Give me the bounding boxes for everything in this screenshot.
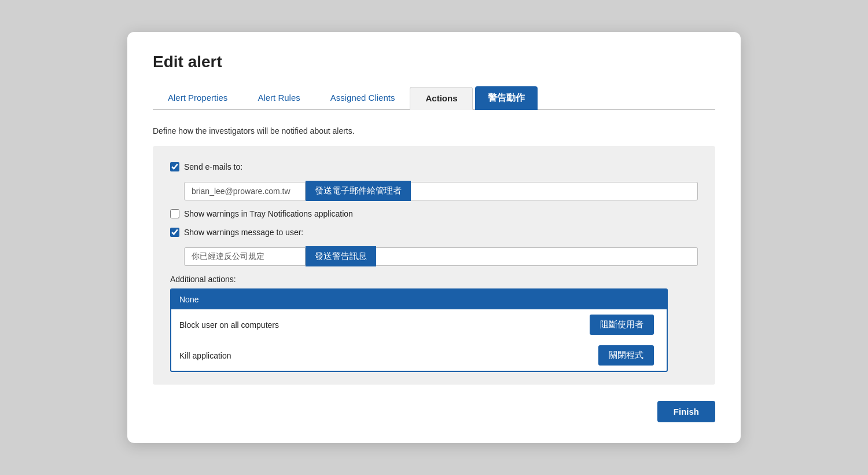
email-rest-input[interactable] <box>411 182 698 200</box>
tab-assigned-clients[interactable]: Assigned Clients <box>315 87 410 110</box>
tab-actions[interactable]: Actions <box>410 87 473 110</box>
modal-container: Edit alert Alert Properties Alert Rules … <box>127 32 741 443</box>
block-user-button[interactable]: 阻斷使用者 <box>590 315 654 335</box>
dropdown-list: None Block user on all computers 阻斷使用者 K… <box>170 288 668 372</box>
show-warnings-label[interactable]: Show warnings in Tray Notifications appl… <box>170 209 353 218</box>
email-input-row: 發送電子郵件給管理者 <box>184 181 698 201</box>
dropdown-item-none[interactable]: None <box>171 290 667 309</box>
email-input[interactable] <box>184 182 306 200</box>
kill-app-button[interactable]: 關閉程式 <box>598 345 654 366</box>
finish-button[interactable]: Finish <box>657 401 715 422</box>
warn-rest-input[interactable] <box>376 247 698 266</box>
send-emails-label[interactable]: Send e-mails to: <box>170 162 242 171</box>
finish-row: Finish <box>153 401 715 422</box>
show-warnings-row: Show warnings in Tray Notifications appl… <box>170 209 698 218</box>
warn-input-row: 發送警告訊息 <box>184 246 698 266</box>
send-emails-checkbox[interactable] <box>170 162 179 171</box>
send-emails-row: Send e-mails to: <box>170 162 698 171</box>
additional-actions-label: Additional actions: <box>170 275 698 284</box>
show-message-checkbox[interactable] <box>170 228 179 237</box>
send-warning-button[interactable]: 發送警告訊息 <box>306 246 376 266</box>
send-email-button[interactable]: 發送電子郵件給管理者 <box>306 181 411 201</box>
dropdown-item-block-user[interactable]: Block user on all computers 阻斷使用者 <box>171 309 667 340</box>
additional-actions-section: Additional actions: None Block user on a… <box>170 275 698 372</box>
show-warnings-checkbox[interactable] <box>170 209 179 218</box>
dropdown-item-kill-app[interactable]: Kill application 關閉程式 <box>171 340 667 371</box>
page-title: Edit alert <box>153 53 715 71</box>
description-text: Define how the investigators will be not… <box>153 126 715 136</box>
show-message-label[interactable]: Show warnings message to user: <box>170 228 303 237</box>
tab-actions-chinese[interactable]: 警告動作 <box>475 86 538 110</box>
tab-alert-properties[interactable]: Alert Properties <box>153 87 242 110</box>
tabs-bar: Alert Properties Alert Rules Assigned Cl… <box>153 86 715 110</box>
warn-message-input[interactable] <box>184 247 306 266</box>
content-box: Send e-mails to: 發送電子郵件給管理者 Show warning… <box>153 146 715 385</box>
tab-alert-rules[interactable]: Alert Rules <box>242 87 315 110</box>
additional-actions-dropdown: None Block user on all computers 阻斷使用者 K… <box>170 288 698 372</box>
show-message-row: Show warnings message to user: <box>170 228 698 237</box>
